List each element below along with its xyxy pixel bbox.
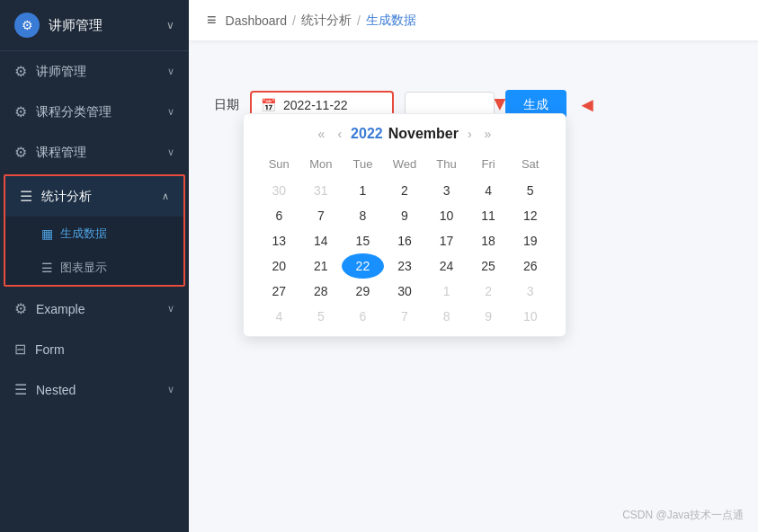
calendar-day-w4d4[interactable]: 1 [425, 279, 468, 304]
calendar-day-w3d3[interactable]: 23 [384, 253, 426, 279]
calendar-day-w1d5[interactable]: 11 [468, 203, 510, 228]
sidebar-item-course[interactable]: ⚙ 课程管理 ∨ [0, 132, 189, 173]
breadcrumb-item-stats[interactable]: 统计分析 [301, 13, 352, 29]
sidebar: ⚙ 讲师管理 ∨ ⚙ 讲师管理 ∨ ⚙ 课程分类管理 ∨ ⚙ 课程管理 ∨ ☰ … [0, 0, 189, 532]
breadcrumb-item-generate[interactable]: 生成数据 [366, 13, 416, 29]
cal-nav-first[interactable]: « [315, 125, 329, 143]
cal-month-text: November [388, 126, 459, 141]
weekday-mon: Mon [300, 154, 343, 178]
calendar-dropdown: « ‹ 2022November › » Sun Mon Tue Wed Thu [243, 113, 566, 337]
calendar-day-w2d6[interactable]: 19 [509, 228, 551, 253]
breadcrumb: Dashboard / 统计分析 / 生成数据 [226, 13, 416, 29]
date-label: 日期 [214, 97, 239, 113]
calendar-day-w4d0[interactable]: 27 [258, 279, 300, 304]
watermark: CSDN @Java技术一点通 [622, 508, 744, 523]
calendar-header: « ‹ 2022November › » [258, 125, 551, 143]
hamburger-menu[interactable]: ≡ [207, 11, 217, 30]
calendar-day-w5d2[interactable]: 6 [342, 304, 384, 329]
stats-arrow: ∧ [162, 191, 169, 202]
sidebar-item-nested[interactable]: ☰ Nested ∨ [0, 369, 189, 410]
calendar-day-w2d4[interactable]: 17 [425, 228, 468, 253]
sidebar-logo-label: 讲师管理 [49, 17, 103, 34]
calendar-day-w4d6[interactable]: 3 [509, 279, 551, 304]
cal-nav-next[interactable]: › [464, 125, 476, 143]
calendar-day-w2d1[interactable]: 14 [300, 228, 343, 253]
breadcrumb-sep-1: / [292, 13, 296, 28]
nested-arrow: ∨ [167, 384, 174, 395]
generate-icon: ▦ [41, 226, 53, 241]
calendar-day-w1d0[interactable]: 6 [258, 203, 300, 228]
calendar-day-w4d2[interactable]: 29 [342, 279, 384, 304]
course-arrow: ∨ [167, 146, 174, 158]
calendar-weekdays-row: Sun Mon Tue Wed Thu Fri Sat [258, 154, 551, 178]
cal-nav-prev[interactable]: ‹ [334, 125, 345, 143]
calendar-week-3: 20212223242526 [258, 253, 551, 279]
calendar-day-w0d0[interactable]: 30 [258, 178, 300, 203]
content-area: ▲ 日期 📅 生成 ◄ « ‹ 2022November [189, 41, 758, 532]
calendar-day-w2d2[interactable]: 15 [342, 228, 384, 253]
sidebar-item-category-label: 课程分类管理 [36, 104, 158, 120]
calendar-day-w1d2[interactable]: 8 [342, 203, 384, 228]
arrow-annotation-right: ◄ [577, 95, 597, 115]
calendar-day-w4d1[interactable]: 28 [300, 279, 343, 304]
calendar-day-w5d4[interactable]: 8 [425, 304, 468, 329]
calendar-day-w3d1[interactable]: 21 [300, 253, 343, 279]
sidebar-sub-item-chart-label: 图表显示 [60, 260, 107, 276]
calendar-day-w2d3[interactable]: 16 [384, 228, 426, 253]
sidebar-item-nested-label: Nested [36, 383, 158, 397]
calendar-day-w4d5[interactable]: 2 [468, 279, 510, 304]
calendar-body: 3031123456789101112131415161718192021222… [258, 178, 551, 329]
calendar-day-w2d0[interactable]: 13 [258, 228, 300, 253]
calendar-week-1: 6789101112 [258, 203, 551, 228]
calendar-day-w3d5[interactable]: 25 [468, 253, 510, 279]
header: ≡ Dashboard / 统计分析 / 生成数据 [189, 0, 758, 41]
calendar-day-w5d0[interactable]: 4 [258, 304, 300, 329]
calendar-day-w0d3[interactable]: 2 [384, 178, 426, 203]
date-input[interactable] [283, 98, 382, 112]
calendar-day-w5d3[interactable]: 7 [384, 304, 426, 329]
course-icon: ⚙ [14, 144, 27, 161]
calendar-day-w1d6[interactable]: 12 [509, 203, 551, 228]
calendar-week-0: 303112345 [258, 178, 551, 203]
sidebar-sub-item-chart[interactable]: ☰ 图表显示 [5, 251, 183, 285]
cal-nav-last[interactable]: » [481, 125, 495, 143]
calendar-day-w4d3[interactable]: 30 [384, 279, 426, 304]
calendar-day-w1d3[interactable]: 9 [384, 203, 426, 228]
weekday-thu: Thu [425, 154, 468, 178]
main-content: ≡ Dashboard / 统计分析 / 生成数据 ▲ 日期 📅 生成 ◄ [189, 0, 758, 532]
calendar-day-w0d5[interactable]: 4 [468, 178, 510, 203]
example-icon: ⚙ [14, 300, 27, 317]
sidebar-sub-item-generate[interactable]: ▦ 生成数据 [5, 217, 183, 251]
weekday-wed: Wed [384, 154, 426, 178]
sidebar-logo: ⚙ 讲师管理 ∨ [0, 0, 189, 51]
logo-icon: ⚙ [14, 13, 40, 38]
calendar-week-4: 27282930123 [258, 279, 551, 304]
calendar-day-w3d0[interactable]: 20 [258, 253, 300, 279]
example-arrow: ∨ [167, 303, 174, 315]
sidebar-item-stats[interactable]: ☰ 统计分析 ∧ [5, 176, 183, 217]
calendar-day-w0d2[interactable]: 1 [342, 178, 384, 203]
sidebar-item-form[interactable]: ⊟ Form [0, 329, 189, 369]
sidebar-item-category[interactable]: ⚙ 课程分类管理 ∨ [0, 92, 189, 132]
calendar-day-w5d1[interactable]: 5 [300, 304, 343, 329]
calendar-week-5: 45678910 [258, 304, 551, 329]
calendar-day-w2d5[interactable]: 18 [468, 228, 510, 253]
calendar-day-w3d2[interactable]: 22 [342, 253, 384, 279]
calendar-day-w1d4[interactable]: 10 [425, 203, 468, 228]
sidebar-item-stats-label: 统计分析 [41, 189, 153, 205]
calendar-day-w0d4[interactable]: 3 [425, 178, 468, 203]
calendar-day-w1d1[interactable]: 7 [300, 203, 343, 228]
sidebar-item-lecture[interactable]: ⚙ 讲师管理 ∨ [0, 51, 189, 92]
form-icon: ⊟ [14, 341, 26, 358]
calendar-day-w3d6[interactable]: 26 [509, 253, 551, 279]
sidebar-item-example[interactable]: ⚙ Example ∨ [0, 288, 189, 329]
calendar-icon: 📅 [261, 98, 276, 112]
lecture-arrow: ∨ [167, 66, 174, 77]
calendar-day-w5d6[interactable]: 10 [509, 304, 551, 329]
calendar-day-w5d5[interactable]: 9 [468, 304, 510, 329]
breadcrumb-item-dashboard[interactable]: Dashboard [226, 13, 288, 28]
logo-arrow: ∨ [166, 19, 174, 31]
calendar-day-w0d6[interactable]: 5 [509, 178, 551, 203]
calendar-day-w3d4[interactable]: 24 [425, 253, 468, 279]
calendar-day-w0d1[interactable]: 31 [300, 178, 343, 203]
